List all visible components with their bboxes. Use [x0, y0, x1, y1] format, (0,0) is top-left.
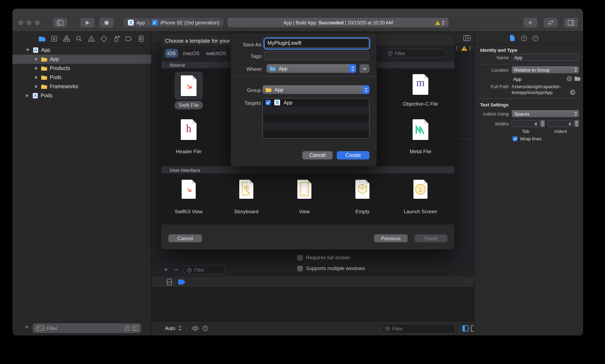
template-label-launch-screen[interactable]: Launch Screen — [404, 209, 437, 215]
template-label-swiftui-view[interactable]: SwiftUI View — [175, 209, 203, 215]
target-checkbox[interactable] — [265, 100, 271, 105]
template-launch-screen[interactable]: 1 — [413, 180, 427, 199]
minimize-button[interactable] — [27, 20, 31, 25]
template-label-view[interactable]: View — [299, 209, 310, 215]
activity-status[interactable]: App | Build App: Succeeded | 10/13/20 at… — [228, 18, 449, 27]
auto-mode-dropdown[interactable]: Auto — [165, 325, 182, 331]
tree-item-pods-project[interactable]: Pods — [13, 91, 151, 100]
recent-files-icon[interactable] — [124, 325, 130, 331]
show-left-panel-icon[interactable] — [462, 325, 468, 332]
name-field[interactable]: App — [512, 54, 579, 61]
capability-tab-icon[interactable] — [178, 280, 186, 285]
source-control-navigator-icon[interactable] — [51, 35, 58, 42]
run-button[interactable] — [81, 18, 95, 27]
expand-sheet-button[interactable] — [359, 64, 370, 73]
dialog-finish-button[interactable]: Finish — [415, 234, 447, 242]
requires-full-screen-checkbox[interactable] — [297, 255, 303, 260]
sheet-create-button[interactable]: Create — [337, 151, 370, 159]
reveal-path-icon[interactable] — [570, 90, 576, 95]
template-header-file[interactable]: h — [181, 119, 197, 140]
tree-item-app-project[interactable]: App — [13, 46, 151, 55]
project-navigator-icon[interactable] — [38, 35, 45, 42]
tab-width-stepper[interactable] — [540, 120, 545, 127]
disclosure-closed-icon[interactable] — [35, 58, 38, 61]
info-icon[interactable] — [202, 325, 208, 331]
disclosure-closed-icon[interactable] — [35, 85, 38, 88]
inspector-toggle-button[interactable] — [564, 18, 578, 27]
device-tab-icon[interactable] — [167, 279, 172, 285]
template-label-swift-file[interactable]: Swift File — [174, 101, 203, 109]
template-objective-c-file[interactable]: m — [412, 74, 428, 95]
choose-folder-icon[interactable] — [574, 76, 580, 81]
symbol-navigator-icon[interactable] — [63, 35, 70, 42]
breakpoint-navigator-icon[interactable] — [125, 35, 132, 42]
disclosure-open-icon[interactable] — [26, 49, 29, 51]
search-navigator-icon[interactable] — [75, 35, 82, 42]
tab-macos[interactable]: macOS — [183, 51, 199, 56]
tree-item-frameworks[interactable]: Frameworks — [13, 82, 151, 91]
jump-bar-warning-icon[interactable] — [461, 46, 467, 51]
template-label-header-file[interactable]: Header File — [176, 149, 202, 155]
preview-eye-icon[interactable] — [192, 326, 199, 331]
source-control-status-icon[interactable] — [132, 325, 138, 331]
add-file-button[interactable]: + — [25, 324, 29, 330]
debug-navigator-icon[interactable] — [113, 35, 120, 42]
zoom-button[interactable] — [35, 20, 40, 25]
scheme-selector[interactable]: App ⟩ iPhone SE (2nd generation) — [124, 18, 223, 27]
template-label-objective-c-file[interactable]: Objective-C File — [403, 101, 438, 107]
disclosure-closed-icon[interactable] — [26, 94, 29, 97]
template-filter-input[interactable]: Filter — [385, 49, 447, 58]
template-label-empty[interactable]: Empty — [355, 209, 370, 215]
target-row-app[interactable]: App — [263, 99, 369, 106]
tree-item-products[interactable]: Products — [13, 64, 151, 73]
template-view[interactable] — [297, 180, 311, 199]
save-as-input[interactable]: MyPlugin.swift — [264, 39, 369, 48]
test-navigator-icon[interactable] — [100, 35, 107, 42]
library-button[interactable] — [523, 18, 537, 27]
template-metal-file[interactable] — [412, 119, 428, 140]
template-label-storyboard[interactable]: Storyboard — [234, 209, 258, 215]
disclosure-closed-icon[interactable] — [35, 76, 38, 79]
tree-item-app-group[interactable]: App — [13, 55, 151, 64]
pane-filter-input[interactable]: Filter — [184, 265, 225, 274]
tab-watchos[interactable]: watchOS — [206, 51, 226, 56]
tags-input[interactable] — [264, 51, 369, 60]
tab-width-field[interactable]: 4 — [512, 120, 539, 127]
issue-navigator-icon[interactable] — [88, 35, 95, 42]
tab-ios[interactable]: iOS — [165, 49, 178, 58]
stop-button[interactable] — [99, 18, 114, 27]
editor-options-button[interactable] — [544, 18, 558, 27]
template-label-metal-file[interactable]: Metal File — [410, 149, 431, 155]
navigator-filter-input[interactable]: Filter — [33, 324, 141, 333]
history-inspector-tab-icon[interactable] — [521, 35, 527, 41]
indent-using-popup[interactable]: Spaces — [512, 110, 579, 117]
supports-multiple-windows-checkbox[interactable] — [297, 266, 303, 271]
wrap-lines-checkbox[interactable] — [512, 136, 518, 141]
close-button[interactable] — [18, 20, 23, 25]
canvas-filter-input[interactable]: Filter — [382, 324, 456, 333]
add-editor-button[interactable] — [463, 35, 471, 41]
tree-item-pods-group[interactable]: Pods — [13, 73, 151, 82]
template-swiftui-view[interactable] — [182, 180, 196, 199]
template-empty[interactable] — [355, 180, 370, 199]
back-chevron-icon[interactable]: ⟨ — [456, 45, 458, 51]
file-inspector-tab-icon[interactable] — [510, 35, 515, 41]
template-swift-file[interactable] — [175, 72, 203, 100]
sheet-cancel-button[interactable]: Cancel — [302, 151, 332, 159]
group-popup[interactable]: App — [262, 85, 370, 94]
dialog-cancel-button[interactable]: Cancel — [168, 234, 202, 242]
indent-width-field[interactable]: 4 — [548, 120, 574, 127]
remove-item-button[interactable]: − — [175, 266, 178, 273]
disclosure-closed-icon[interactable] — [35, 67, 38, 70]
add-item-button[interactable]: + — [164, 266, 168, 273]
where-popup[interactable]: App — [267, 64, 356, 73]
template-storyboard[interactable] — [239, 180, 253, 199]
filter-menu-icon[interactable] — [36, 325, 45, 331]
forward-chevron-icon[interactable]: ⟩ — [469, 45, 471, 51]
navigator-toggle-button[interactable] — [53, 18, 67, 27]
help-inspector-tab-icon[interactable]: ? — [532, 35, 539, 41]
report-navigator-icon[interactable] — [138, 35, 145, 42]
location-popup[interactable]: Relative to Group — [512, 66, 579, 73]
indent-width-stepper[interactable] — [574, 120, 579, 127]
dialog-previous-button[interactable]: Previous — [374, 234, 408, 242]
